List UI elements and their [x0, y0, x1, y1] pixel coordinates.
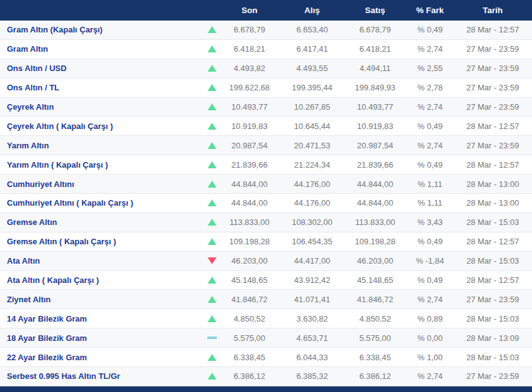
table-row[interactable]: Yarım Altın 20.987,54 20.471,53 20.987,5…	[0, 136, 532, 155]
son-value: 45.148,65	[218, 275, 281, 285]
instrument-name[interactable]: Gram Altın	[0, 44, 206, 54]
up-arrow-icon	[208, 103, 216, 110]
instrument-name[interactable]: 18 Ayar Bilezik Gram	[0, 333, 206, 343]
instrument-name[interactable]: Çeyrek Altın	[0, 102, 206, 112]
table-row[interactable]: Serbest 0.995 Has Altın TL/Gr 6.386,12 6…	[0, 367, 532, 386]
instrument-name[interactable]: Ons Altın / TL	[0, 83, 206, 92]
satis-value: 6.418,21	[344, 44, 407, 54]
instrument-name[interactable]: Çeyrek Altın ( Kapalı Çarşı )	[0, 122, 206, 131]
flat-dash-icon	[207, 337, 217, 339]
satis-value: 44.844,00	[344, 179, 407, 189]
satis-value: 113.833,00	[344, 218, 407, 227]
tarih-value: 28 Mar - 12:57	[453, 160, 532, 170]
son-value: 109.198,28	[218, 237, 281, 246]
table-row[interactable]: Ons Altın / USD 4.493,82 4.493,55 4.494,…	[0, 59, 532, 79]
tarih-value: 28 Mar - 15:03	[453, 218, 532, 227]
son-value: 10.919,83	[218, 122, 281, 131]
satis-value: 6.338,45	[344, 353, 407, 362]
trend-cell	[206, 277, 218, 284]
alis-value: 4.653,71	[281, 333, 344, 343]
table-row[interactable]: 18 Ayar Bilezik Gram 5.575,00 4.653,71 5…	[0, 328, 532, 348]
instrument-name[interactable]: Ata Altın ( Kapalı Çarşı )	[0, 275, 206, 285]
tarih-value: 28 Mar - 15:03	[453, 256, 532, 265]
table-row[interactable]: Ata Altın 46.203,00 44.417,00 46.203,00 …	[0, 252, 532, 271]
table-row[interactable]: Yarım Altın ( Kapalı Çarşı ) 21.839,66 2…	[0, 155, 532, 174]
fark-value: % 0,00	[407, 333, 453, 343]
fark-value: % 0,49	[407, 160, 453, 170]
table-row[interactable]: Ata Altın ( Kapalı Çarşı ) 45.148,65 43.…	[0, 271, 532, 290]
fark-value: % -1,84	[407, 256, 453, 265]
table-row[interactable]: Cumhuriyet Altını 44.844,00 44.176,00 44…	[0, 174, 532, 194]
fark-value: % 0,49	[407, 237, 453, 246]
instrument-name[interactable]: Gremse Altın	[0, 218, 206, 227]
table-row[interactable]: Çeyrek Altın 10.493,77 10.267,85 10.493,…	[0, 98, 532, 117]
header-alis: Alış	[281, 6, 344, 15]
tarih-value: 27 Mar - 23:59	[453, 64, 532, 73]
table-row[interactable]: Çeyrek Altın ( Kapalı Çarşı ) 10.919,83 …	[0, 117, 532, 136]
fark-value: % 2,74	[407, 102, 453, 112]
instrument-name[interactable]: Serbest 0.995 Has Altın TL/Gr	[0, 371, 206, 381]
son-value: 21.839,66	[218, 160, 281, 170]
fark-value: % 0,49	[407, 25, 453, 34]
footer-bar	[0, 386, 532, 392]
trend-cell	[206, 45, 218, 52]
table-row[interactable]: Gram Altın 6.418,21 6.417,41 6.418,21 % …	[0, 40, 532, 59]
table-row[interactable]: Ons Altın / TL 199.622,68 199.395,44 199…	[0, 79, 532, 98]
satis-value: 109.198,28	[344, 237, 407, 246]
satis-value: 199.849,93	[344, 83, 407, 92]
fark-value: % 2,74	[407, 295, 453, 304]
instrument-name[interactable]: Ata Altın	[0, 256, 206, 265]
tarih-value: 28 Mar - 13:09	[453, 333, 532, 343]
trend-cell	[206, 315, 218, 322]
trend-cell	[206, 257, 218, 264]
trend-cell	[206, 103, 218, 110]
fark-value: % 2,74	[407, 141, 453, 150]
alis-value: 10.645,44	[281, 122, 344, 131]
table-row[interactable]: Ziynet Altın 41.846,72 41.071,41 41.846,…	[0, 290, 532, 309]
alis-value: 4.493,55	[281, 64, 344, 73]
fark-value: % 0,89	[407, 314, 453, 323]
instrument-name[interactable]: 22 Ayar Bilezik Gram	[0, 353, 206, 362]
table-row[interactable]: Gremse Altın 113.833,00 108.302,00 113.8…	[0, 213, 532, 232]
header-son: Son	[218, 6, 281, 15]
instrument-name[interactable]: Yarım Altın ( Kapalı Çarşı )	[0, 160, 206, 170]
instrument-name[interactable]: Ons Altın / USD	[0, 64, 206, 73]
up-arrow-icon	[208, 238, 216, 245]
table-row[interactable]: Gremse Altın ( Kapalı Çarşı ) 109.198,28…	[0, 232, 532, 252]
tarih-value: 28 Mar - 15:03	[453, 314, 532, 323]
fark-value: % 1,11	[407, 198, 453, 208]
instrument-name[interactable]: 14 Ayar Bilezik Gram	[0, 314, 206, 323]
table-row[interactable]: Cumhuriyet Altını ( Kapalı Çarşı ) 44.84…	[0, 194, 532, 213]
fark-value: % 2,55	[407, 64, 453, 73]
instrument-name[interactable]: Gremse Altın ( Kapalı Çarşı )	[0, 237, 206, 246]
son-value: 6.338,45	[218, 353, 281, 362]
tarih-value: 28 Mar - 13:00	[453, 179, 532, 189]
alis-value: 44.176,00	[281, 198, 344, 208]
son-value: 44.844,00	[218, 198, 281, 208]
trend-cell	[206, 373, 218, 380]
son-value: 6.386,12	[218, 371, 281, 381]
table-row[interactable]: Gram Altın (Kapalı Çarşı) 6.678,79 6.653…	[0, 21, 532, 40]
table-row[interactable]: 22 Ayar Bilezik Gram 6.338,45 6.044,33 6…	[0, 348, 532, 367]
instrument-name[interactable]: Cumhuriyet Altını ( Kapalı Çarşı )	[0, 198, 206, 208]
tarih-value: 27 Mar - 23:59	[453, 102, 532, 112]
table-row[interactable]: 14 Ayar Bilezik Gram 4.850,52 3.630,82 4…	[0, 309, 532, 328]
instrument-name[interactable]: Gram Altın (Kapalı Çarşı)	[0, 25, 206, 34]
trend-cell	[206, 123, 218, 130]
trend-cell	[206, 84, 218, 91]
up-arrow-icon	[208, 45, 216, 52]
instrument-name[interactable]: Cumhuriyet Altını	[0, 179, 206, 189]
tarih-value: 28 Mar - 13:00	[453, 198, 532, 208]
alis-value: 3.630,82	[281, 314, 344, 323]
table-body: Gram Altın (Kapalı Çarşı) 6.678,79 6.653…	[0, 21, 532, 386]
son-value: 4.493,82	[218, 64, 281, 73]
up-arrow-icon	[208, 199, 216, 206]
tarih-value: 27 Mar - 23:59	[453, 371, 532, 381]
son-value: 44.844,00	[218, 179, 281, 189]
satis-value: 5.575,00	[344, 333, 407, 343]
instrument-name[interactable]: Yarım Altın	[0, 141, 206, 150]
satis-value: 46.203,00	[344, 256, 407, 265]
instrument-name[interactable]: Ziynet Altın	[0, 295, 206, 304]
son-value: 41.846,72	[218, 295, 281, 304]
fark-value: % 2,74	[407, 371, 453, 381]
